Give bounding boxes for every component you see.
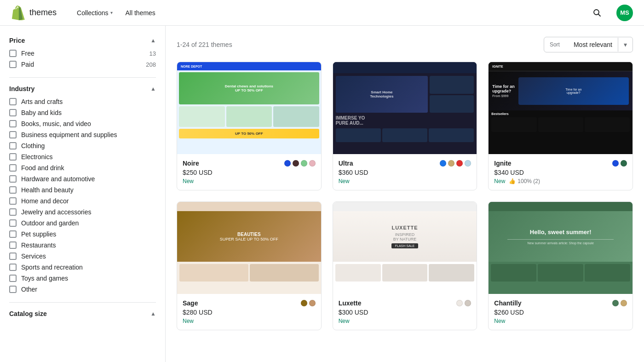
catalog-filter-header[interactable]: Catalog size ▲ xyxy=(9,310,156,317)
nav-collections[interactable]: Collections ▾ xyxy=(71,6,118,20)
theme-info-ignite: Ignite $340 USD New 👍 100% (2) xyxy=(489,154,632,190)
swatch[interactable] xyxy=(612,160,619,167)
badge-new-ultra: New xyxy=(339,178,350,184)
swatch[interactable] xyxy=(284,160,291,167)
theme-price-sage: $280 USD xyxy=(183,309,316,316)
main-content: 1-24 of 221 themes Sort Most relevant ▾ … xyxy=(166,26,644,362)
swatch[interactable] xyxy=(309,300,316,306)
results-count: 1-24 of 221 themes xyxy=(177,41,232,48)
theme-name-luxette: Luxette xyxy=(339,299,362,307)
filter-item-free: Free 13 xyxy=(9,50,156,57)
swatch[interactable] xyxy=(621,300,627,306)
swatch[interactable] xyxy=(621,160,627,167)
theme-price-chantilly: $260 USD xyxy=(494,309,627,316)
badge-new-chantilly: New xyxy=(494,318,505,324)
filter-checkbox-industry-17[interactable] xyxy=(9,286,17,293)
filter-item-industry-2: Books, music, and video xyxy=(9,120,156,127)
swatch[interactable] xyxy=(612,300,619,306)
price-chevron-icon: ▲ xyxy=(150,37,156,44)
swatch[interactable] xyxy=(301,300,307,306)
filter-checkbox-industry-16[interactable] xyxy=(9,275,17,282)
filter-checkbox-industry-9[interactable] xyxy=(9,197,17,205)
sort-value[interactable]: Most relevant xyxy=(568,37,618,52)
swatch[interactable] xyxy=(301,160,307,167)
user-avatar[interactable]: MS xyxy=(616,5,633,21)
filter-checkbox-industry-5[interactable] xyxy=(9,153,17,161)
filter-checkbox-industry-8[interactable] xyxy=(9,186,17,194)
filter-item-industry-4: Clothing xyxy=(9,142,156,149)
industry-filter-header[interactable]: Industry ▲ xyxy=(9,85,156,92)
filter-label-industry-16: Toys and games xyxy=(21,275,68,282)
theme-card-ignite[interactable]: IGNITE Time for an upgrade? From $999 Ti… xyxy=(488,62,633,190)
sort-control: Sort Most relevant ▾ xyxy=(544,37,633,52)
theme-badges-ignite: New 👍 100% (2) xyxy=(494,178,627,184)
filter-label-industry-6: Food and drink xyxy=(21,164,64,172)
swatch[interactable] xyxy=(440,160,446,167)
theme-name-ignite: Ignite xyxy=(494,160,511,167)
swatch[interactable] xyxy=(465,160,471,167)
filter-checkbox-industry-12[interactable] xyxy=(9,230,17,238)
industry-chevron-icon: ▲ xyxy=(150,86,156,92)
swatch[interactable] xyxy=(293,160,299,167)
theme-preview-sage: BEAUTIES SUPER SALE UP TO 50% OFF xyxy=(177,202,321,294)
filter-checkbox-industry-7[interactable] xyxy=(9,175,17,183)
filter-label-industry-14: Services xyxy=(21,253,46,260)
catalog-filter-title: Catalog size xyxy=(9,310,47,317)
filter-checkbox-industry-6[interactable] xyxy=(9,164,17,172)
header: themes Collections ▾ All themes MS xyxy=(0,0,644,26)
filter-item-industry-1: Baby and kids xyxy=(9,109,156,116)
filter-checkbox-industry-2[interactable] xyxy=(9,120,17,127)
filter-checkbox-industry-4[interactable] xyxy=(9,142,17,149)
filter-item-paid: Paid 208 xyxy=(9,61,156,68)
filter-label-industry-5: Electronics xyxy=(21,153,52,161)
filter-checkbox-paid[interactable] xyxy=(9,61,17,68)
nav-all-themes[interactable]: All themes xyxy=(120,6,161,20)
theme-info-ultra: Ultra $360 USD New xyxy=(333,154,477,190)
filter-checkbox-industry-14[interactable] xyxy=(9,253,17,260)
badge-new-ignite: New xyxy=(494,178,505,184)
swatch[interactable] xyxy=(465,300,471,306)
theme-name-noire: Noire xyxy=(183,160,199,167)
filter-checkbox-industry-15[interactable] xyxy=(9,264,17,271)
industry-filter-title: Industry xyxy=(9,85,34,92)
swatch[interactable] xyxy=(456,160,463,167)
filter-checkbox-industry-13[interactable] xyxy=(9,241,17,249)
theme-card-luxette[interactable]: LUXETTE INSPIREDBY NATURE FLASH SALE xyxy=(333,201,477,330)
price-filter-header[interactable]: Price ▲ xyxy=(9,37,156,44)
swatch[interactable] xyxy=(448,160,454,167)
collections-chevron-icon: ▾ xyxy=(110,10,113,15)
search-button[interactable] xyxy=(589,5,605,21)
filter-label-industry-9: Home and decor xyxy=(21,197,69,205)
catalog-filter-section: Catalog size ▲ xyxy=(9,310,156,317)
swatch[interactable] xyxy=(456,300,463,306)
industry-filter-section: Industry ▲ Arts and crafts Baby and kids… xyxy=(9,85,156,293)
theme-badges-sage: New xyxy=(183,318,316,324)
filter-label-free: Free xyxy=(21,50,34,57)
thumb-up-icon: 👍 xyxy=(509,178,516,184)
price-filter-section: Price ▲ Free 13 Paid 208 xyxy=(9,37,156,68)
filter-checkbox-industry-11[interactable] xyxy=(9,219,17,227)
filter-item-industry-11: Outdoor and garden xyxy=(9,219,156,227)
filter-checkbox-free[interactable] xyxy=(9,50,17,57)
filter-checkbox-industry-10[interactable] xyxy=(9,208,17,216)
logo[interactable]: themes xyxy=(11,6,57,20)
filter-item-industry-14: Services xyxy=(9,253,156,260)
theme-info-luxette: Luxette $300 USD New xyxy=(333,294,477,330)
catalog-chevron-icon: ▲ xyxy=(150,310,156,317)
theme-badges-chantilly: New xyxy=(494,318,627,324)
filter-checkbox-industry-1[interactable] xyxy=(9,109,17,116)
theme-card-noire[interactable]: NORE DEPOT Dental chews and solutionsUP … xyxy=(177,62,322,190)
filter-checkbox-industry-0[interactable] xyxy=(9,98,17,105)
sort-chevron-icon[interactable]: ▾ xyxy=(618,37,632,52)
swatches-sage xyxy=(301,300,316,306)
swatch[interactable] xyxy=(309,160,316,167)
filter-item-industry-8: Health and beauty xyxy=(9,186,156,194)
theme-card-sage[interactable]: BEAUTIES SUPER SALE UP TO 50% OFF Sage xyxy=(177,201,322,330)
theme-card-chantilly[interactable]: Hello, sweet summer! New summer arrivals… xyxy=(488,201,633,330)
filter-label-paid: Paid xyxy=(21,61,34,68)
filter-checkbox-industry-3[interactable] xyxy=(9,131,17,138)
theme-price-noire: $250 USD xyxy=(183,169,316,176)
theme-card-ultra[interactable]: Smart HomeTechnologies IMMERSE YOPURE AU… xyxy=(333,62,477,190)
filter-item-industry-17: Other xyxy=(9,286,156,293)
filter-divider-2 xyxy=(9,302,156,303)
